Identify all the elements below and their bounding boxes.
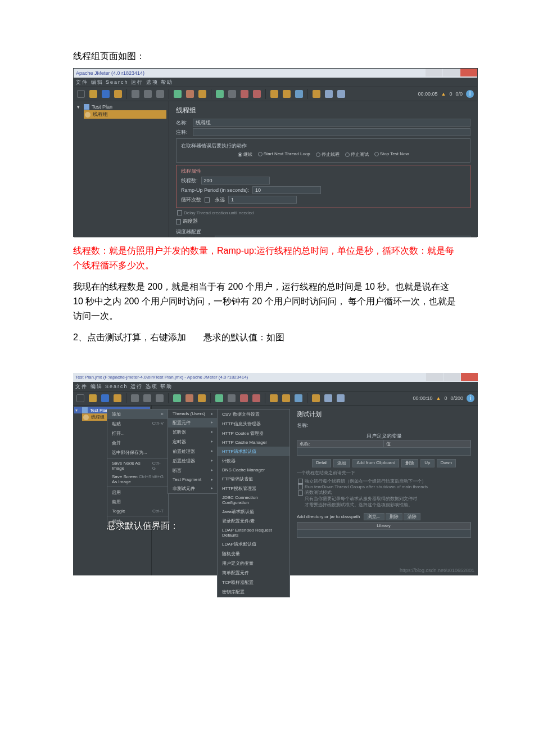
new-icon[interactable] bbox=[77, 90, 85, 98]
function-helper-icon[interactable] bbox=[337, 394, 345, 402]
remote-shutdown-icon[interactable] bbox=[295, 394, 302, 402]
remote-start-icon[interactable] bbox=[270, 394, 278, 402]
cut-icon[interactable] bbox=[132, 90, 139, 98]
browse-button[interactable]: 浏览... bbox=[364, 513, 384, 520]
submenu-item[interactable]: 监听器▸ bbox=[168, 428, 218, 437]
context-item[interactable]: Save Screen As ImageCtrl+Shift+G bbox=[107, 472, 168, 486]
config-element-item[interactable]: CSV 数据文件设置 bbox=[218, 410, 289, 419]
config-element-item[interactable]: HTTP授权管理器 bbox=[218, 484, 289, 493]
stop-icon[interactable] bbox=[241, 90, 248, 98]
shutdown-icon[interactable] bbox=[253, 90, 261, 98]
stop-icon[interactable] bbox=[240, 394, 248, 402]
config-element-item[interactable]: 登录配置元件/素 bbox=[218, 516, 289, 526]
config-element-item[interactable]: 简单配置元件 bbox=[218, 568, 289, 578]
menubar[interactable]: 文件 编辑 Search 运行 选项 帮助 bbox=[73, 382, 478, 391]
collapse-icon[interactable] bbox=[185, 394, 193, 402]
submenu-item[interactable]: 配置元件▸ bbox=[168, 418, 218, 428]
remote-shutdown-icon[interactable] bbox=[295, 90, 303, 98]
config-element-item[interactable]: LDAP Extended Request Defaults bbox=[218, 526, 289, 539]
new-icon[interactable] bbox=[76, 394, 84, 402]
library-body[interactable] bbox=[297, 530, 471, 538]
context-item[interactable]: 合并 bbox=[107, 438, 168, 448]
open-icon[interactable] bbox=[89, 394, 97, 402]
collapse-icon[interactable] bbox=[186, 90, 194, 98]
cp-delete-button[interactable]: 删除 bbox=[386, 513, 402, 520]
config-element-item[interactable]: 用户定义的变量 bbox=[218, 559, 289, 568]
config-element-item[interactable]: Java请求默认值 bbox=[218, 507, 289, 516]
remote-start-icon[interactable] bbox=[270, 90, 278, 98]
clear-all-icon[interactable] bbox=[325, 90, 333, 98]
ramp-input[interactable] bbox=[252, 186, 321, 194]
udv-table-body[interactable] bbox=[297, 448, 471, 456]
paste-icon[interactable] bbox=[156, 90, 164, 98]
context-item[interactable]: 选中部分保存为... bbox=[107, 448, 168, 457]
teardown-checkbox[interactable] bbox=[298, 484, 303, 489]
loop-input[interactable] bbox=[228, 196, 297, 204]
remote-stop-icon[interactable] bbox=[282, 394, 290, 402]
delay-thread-checkbox[interactable] bbox=[177, 210, 182, 215]
log-toggle-icon[interactable]: i bbox=[466, 90, 474, 98]
tree-test-plan[interactable]: ▾ Test Plan bbox=[76, 104, 166, 110]
config-element-item[interactable]: LDAP请求默认值 bbox=[218, 539, 289, 549]
threads-input[interactable] bbox=[201, 177, 270, 184]
submenu-item[interactable]: 前置处理器▸ bbox=[168, 447, 218, 456]
save-icon[interactable] bbox=[101, 394, 109, 402]
config-element-item[interactable]: HTTP信息头管理器 bbox=[218, 419, 289, 429]
maximize-button[interactable] bbox=[444, 373, 460, 381]
config-element-item[interactable]: FTP请求缺省值 bbox=[218, 474, 289, 484]
submenu-item[interactable]: Test Fragment▸ bbox=[168, 475, 218, 484]
functional-mode-checkbox[interactable] bbox=[298, 490, 303, 496]
close-button[interactable] bbox=[461, 373, 478, 381]
duration-input[interactable] bbox=[215, 236, 470, 237]
context-item[interactable]: 禁用 bbox=[107, 497, 168, 507]
config-element-item[interactable]: JDBC Connection Configuration bbox=[218, 493, 289, 507]
copy-icon[interactable] bbox=[143, 394, 151, 402]
function-helper-icon[interactable] bbox=[337, 90, 345, 98]
log-toggle-icon[interactable]: i bbox=[467, 394, 474, 402]
context-item[interactable]: Save Node As ImageCtrl-G bbox=[107, 459, 168, 472]
context-item[interactable]: 添加▸ bbox=[107, 410, 168, 419]
test-tree[interactable]: ▾ Test Plan 线程组 bbox=[74, 101, 169, 237]
config-element-item[interactable]: HTTP Cache Manager bbox=[218, 438, 289, 447]
templates-icon[interactable] bbox=[114, 394, 121, 402]
tree-thread-group[interactable]: 线程组 bbox=[84, 110, 166, 119]
submenu-item[interactable]: 定时器▸ bbox=[168, 437, 218, 447]
down-button[interactable]: Down bbox=[437, 459, 456, 467]
config-element-item[interactable]: 密钥库配置 bbox=[218, 587, 289, 597]
context-item[interactable]: 启用 bbox=[107, 488, 168, 497]
radio-stop-thread[interactable] bbox=[316, 152, 320, 157]
start-icon[interactable] bbox=[215, 394, 223, 402]
paste-icon[interactable] bbox=[156, 394, 164, 402]
radio-stop-now[interactable] bbox=[374, 152, 379, 156]
config-element-item[interactable]: HTTP请求默认值 bbox=[218, 447, 289, 456]
submenu-item[interactable]: 非测试元件▸ bbox=[168, 484, 218, 493]
add-clipboard-button[interactable]: Add from Clipboard bbox=[352, 459, 399, 467]
cut-icon[interactable] bbox=[131, 394, 139, 402]
start-no-timers-icon[interactable] bbox=[228, 90, 236, 98]
context-item[interactable]: 打开... bbox=[107, 429, 168, 438]
up-button[interactable]: Up bbox=[420, 459, 434, 467]
toggle-icon[interactable] bbox=[198, 90, 206, 98]
close-button[interactable] bbox=[460, 69, 477, 76]
name-input[interactable] bbox=[193, 119, 470, 127]
menubar[interactable]: 文件 编辑 Search 运行 选项 帮助 bbox=[74, 78, 477, 87]
context-item[interactable]: 粘贴Ctrl-V bbox=[107, 419, 168, 429]
radio-start-next[interactable] bbox=[258, 152, 263, 156]
toggle-icon[interactable] bbox=[198, 394, 206, 402]
clear-all-icon[interactable] bbox=[324, 394, 332, 402]
submenu-add[interactable]: Threads (Users)▸配置元件▸监听器▸定时器▸前置处理器▸后置处理器… bbox=[168, 409, 218, 494]
save-icon[interactable] bbox=[102, 90, 110, 98]
config-element-item[interactable]: 计数器 bbox=[218, 456, 289, 466]
radio-stop-test[interactable] bbox=[345, 152, 350, 157]
remote-stop-icon[interactable] bbox=[283, 90, 291, 98]
forever-checkbox[interactable] bbox=[205, 197, 210, 202]
add-button[interactable]: 添加 bbox=[333, 459, 350, 467]
radio-continue[interactable] bbox=[238, 152, 242, 157]
maximize-button[interactable] bbox=[443, 69, 460, 76]
open-icon[interactable] bbox=[89, 90, 97, 98]
minimize-button[interactable] bbox=[426, 373, 443, 381]
start-no-timers-icon[interactable] bbox=[228, 394, 236, 402]
clear-icon[interactable] bbox=[313, 90, 320, 98]
config-element-item[interactable]: HTTP Cookie 管理器 bbox=[218, 429, 289, 438]
run-consecutively-checkbox[interactable] bbox=[298, 479, 303, 484]
